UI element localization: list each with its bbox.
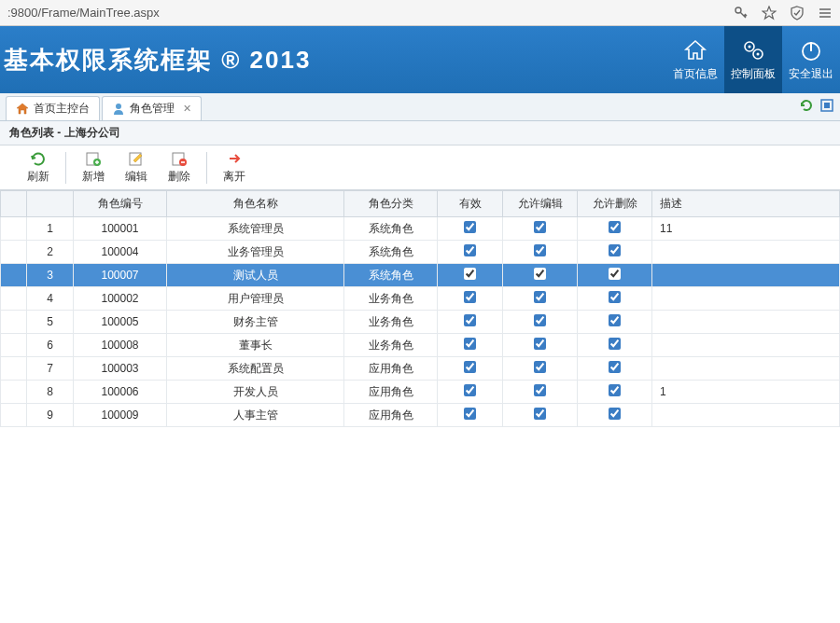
allowedit-checkbox[interactable] — [534, 361, 546, 373]
header-home-label: 首页信息 — [673, 66, 718, 82]
allowdelete-checkbox[interactable] — [609, 338, 621, 350]
header-exit-button[interactable]: 安全退出 — [782, 26, 840, 93]
allowdelete-checkbox[interactable] — [609, 221, 621, 233]
table-row[interactable]: 8100006开发人员应用角色1 — [1, 381, 840, 404]
expand-cell[interactable] — [1, 287, 27, 311]
allowdelete-checkbox[interactable] — [609, 384, 621, 396]
allowedit-checkbox[interactable] — [534, 408, 546, 420]
valid-checkbox[interactable] — [464, 221, 476, 233]
home-small-icon — [16, 103, 29, 116]
tab-home[interactable]: 首页主控台 — [6, 96, 100, 120]
allowdelete-cell — [578, 334, 652, 357]
allowedit-checkbox[interactable] — [534, 384, 546, 396]
expand-cell[interactable] — [1, 311, 27, 334]
valid-checkbox[interactable] — [464, 291, 476, 303]
col-rowno[interactable] — [27, 191, 74, 217]
menu-icon[interactable] — [818, 6, 833, 21]
leave-button[interactable]: 离开 — [213, 150, 256, 185]
category-cell: 系统角色 — [344, 241, 438, 264]
code-cell: 100003 — [74, 357, 167, 381]
table-row[interactable]: 9100009人事主管应用角色 — [1, 404, 840, 427]
allowedit-checkbox[interactable] — [534, 244, 546, 256]
col-allow-edit[interactable]: 允许编辑 — [503, 191, 578, 217]
allowdelete-cell — [578, 217, 652, 241]
table-row[interactable]: 4100002用户管理员业务角色 — [1, 287, 840, 311]
svg-point-2 — [749, 45, 751, 48]
key-icon[interactable] — [734, 6, 749, 21]
refresh-small-icon[interactable] — [799, 98, 814, 113]
allowedit-cell — [503, 381, 578, 404]
col-desc[interactable]: 描述 — [652, 191, 840, 217]
edit-button[interactable]: 编辑 — [115, 150, 158, 185]
col-code[interactable]: 角色编号 — [74, 191, 167, 217]
allowedit-checkbox[interactable] — [534, 338, 546, 350]
table-row[interactable]: 5100005财务主管业务角色 — [1, 311, 840, 334]
edit-icon — [128, 150, 145, 167]
name-cell: 用户管理员 — [167, 287, 344, 311]
expand-cell[interactable] — [1, 381, 27, 404]
allowdelete-checkbox[interactable] — [609, 314, 621, 326]
toolbar: 刷新 新增 编辑 删除 离开 — [0, 145, 840, 190]
expand-cell[interactable] — [1, 357, 27, 381]
allowedit-checkbox[interactable] — [534, 314, 546, 326]
valid-checkbox[interactable] — [464, 384, 476, 396]
col-name[interactable]: 角色名称 — [167, 191, 344, 217]
rowno-cell: 6 — [27, 334, 74, 357]
app-header: 基本权限系统框架 ® 2013 首页信息 控制面板 安全退出 — [0, 26, 840, 93]
edit-label: 编辑 — [125, 169, 147, 185]
expand-cell[interactable] — [1, 264, 27, 287]
allowdelete-checkbox[interactable] — [609, 268, 621, 280]
valid-checkbox[interactable] — [464, 244, 476, 256]
valid-cell — [438, 334, 503, 357]
add-button[interactable]: 新增 — [72, 150, 115, 185]
allowdelete-checkbox[interactable] — [609, 244, 621, 256]
valid-checkbox[interactable] — [464, 361, 476, 373]
name-cell: 人事主管 — [167, 404, 344, 427]
refresh-button[interactable]: 刷新 — [17, 150, 60, 185]
list-header: 角色列表 - 上海分公司 — [0, 121, 840, 145]
table-row[interactable]: 1100001系统管理员系统角色11 — [1, 217, 840, 241]
allowedit-cell — [503, 334, 578, 357]
expand-icon[interactable] — [819, 98, 834, 113]
desc-cell — [652, 357, 840, 381]
valid-checkbox[interactable] — [464, 314, 476, 326]
allowedit-checkbox[interactable] — [534, 221, 546, 233]
tab-role[interactable]: 角色管理 ✕ — [102, 96, 202, 120]
expand-cell[interactable] — [1, 241, 27, 264]
header-home-button[interactable]: 首页信息 — [666, 26, 724, 93]
shield-icon[interactable] — [790, 6, 805, 21]
expand-cell[interactable] — [1, 334, 27, 357]
allowdelete-cell — [578, 241, 652, 264]
allowedit-checkbox[interactable] — [534, 268, 546, 280]
category-cell: 应用角色 — [344, 357, 438, 381]
rowno-cell: 1 — [27, 217, 74, 241]
expand-cell[interactable] — [1, 217, 27, 241]
valid-checkbox[interactable] — [464, 338, 476, 350]
name-cell: 业务管理员 — [167, 241, 344, 264]
allowdelete-checkbox[interactable] — [609, 408, 621, 420]
col-allow-delete[interactable]: 允许删除 — [578, 191, 652, 217]
grid-header-row: 角色编号 角色名称 角色分类 有效 允许编辑 允许删除 描述 — [1, 191, 840, 217]
rowno-cell: 7 — [27, 357, 74, 381]
col-valid[interactable]: 有效 — [438, 191, 503, 217]
list-header-text: 角色列表 - 上海分公司 — [9, 125, 120, 141]
code-cell: 100005 — [74, 311, 167, 334]
table-row[interactable]: 7100003系统配置员应用角色 — [1, 357, 840, 381]
table-row[interactable]: 6100008董事长业务角色 — [1, 334, 840, 357]
table-row[interactable]: 2100004业务管理员系统角色 — [1, 241, 840, 264]
star-icon[interactable] — [762, 6, 777, 21]
refresh-label: 刷新 — [27, 169, 49, 185]
name-cell: 财务主管 — [167, 311, 344, 334]
expand-cell[interactable] — [1, 404, 27, 427]
header-control-button[interactable]: 控制面板 — [724, 26, 782, 93]
close-icon[interactable]: ✕ — [183, 103, 191, 115]
allowedit-checkbox[interactable] — [534, 291, 546, 303]
delete-button[interactable]: 删除 — [158, 150, 201, 185]
valid-cell — [438, 357, 503, 381]
allowdelete-checkbox[interactable] — [609, 361, 621, 373]
valid-checkbox[interactable] — [464, 408, 476, 420]
table-row[interactable]: 3100007测试人员系统角色 — [1, 264, 840, 287]
col-category[interactable]: 角色分类 — [344, 191, 438, 217]
allowdelete-checkbox[interactable] — [609, 291, 621, 303]
valid-checkbox[interactable] — [464, 268, 476, 280]
